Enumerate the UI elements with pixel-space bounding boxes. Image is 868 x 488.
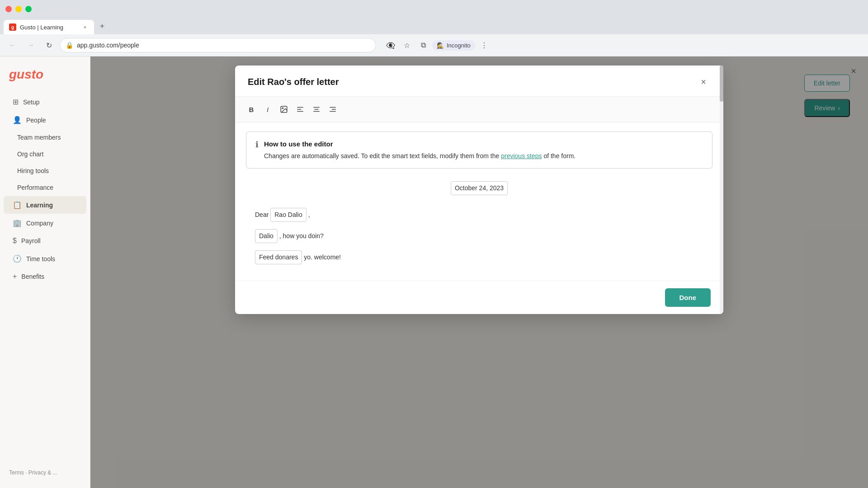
align-center-button[interactable]	[309, 102, 324, 117]
sidebar-item-label-people: People	[26, 117, 46, 124]
para2-line: Feed donares yo. welcome!	[255, 250, 703, 264]
image-button[interactable]	[277, 102, 291, 117]
incognito-label: Incognito	[447, 42, 471, 49]
sidebar-item-label-performance: Performance	[17, 184, 53, 191]
modal-close-button[interactable]: ×	[696, 75, 711, 89]
active-tab[interactable]: g Gusto | Learning ×	[4, 20, 94, 34]
new-tab-button[interactable]: +	[96, 20, 108, 33]
sidebar-item-people[interactable]: 👤 People	[4, 111, 86, 129]
para2-smart-field[interactable]: Feed donares	[255, 250, 302, 264]
modal-header: Edit Rao's offer letter ×	[235, 66, 723, 97]
company-icon: 🏢	[13, 219, 22, 227]
salutation-suffix: ,	[308, 211, 310, 218]
sidebar-item-label-learning: Learning	[26, 202, 53, 209]
sidebar-item-benefits[interactable]: + Benefits	[4, 268, 86, 285]
para2-text: yo. welcome!	[304, 253, 341, 261]
window-close-control[interactable]	[5, 6, 12, 12]
window-controls	[5, 6, 32, 12]
learning-icon: 📋	[13, 201, 22, 209]
sidebar-item-team-members[interactable]: Team members	[4, 129, 86, 145]
sidebar-item-learning[interactable]: 📋 Learning	[4, 196, 86, 214]
modal-title: Edit Rao's offer letter	[248, 77, 339, 87]
incognito-badge: 🕵 Incognito	[432, 40, 475, 51]
sidebar-footer: Terms · Privacy & ...	[0, 464, 90, 481]
payroll-icon: $	[13, 237, 17, 245]
info-body-after-link: of the form.	[542, 152, 576, 160]
para1-smart-field[interactable]: Dalio	[255, 229, 278, 243]
sidebar-item-label-company: Company	[26, 220, 53, 227]
salutation-line: Dear Rao Dalio ,	[255, 208, 703, 222]
done-button[interactable]: Done	[665, 288, 711, 307]
sidebar-item-label-org: Org chart	[17, 150, 43, 158]
letter-date-row: October 24, 2023	[255, 181, 703, 195]
align-left-button[interactable]	[293, 102, 307, 117]
para1-text: , how you doin?	[279, 232, 324, 239]
window-minimize-control[interactable]	[15, 6, 22, 12]
info-title: How to use the editor	[264, 139, 576, 150]
back-button[interactable]: ←	[5, 38, 20, 52]
info-icon: ℹ	[255, 140, 259, 161]
info-body: Changes are automatically saved. To edit…	[264, 151, 576, 161]
address-bar[interactable]: 🔒 app.gusto.com/people	[60, 38, 376, 52]
sidebar-item-label-payroll: Payroll	[21, 237, 41, 244]
tab-close-button[interactable]: ×	[81, 23, 89, 31]
people-icon: 👤	[13, 116, 22, 124]
sidebar-item-setup[interactable]: ⊞ Setup	[4, 93, 86, 111]
info-box: ℹ How to use the editor Changes are auto…	[246, 131, 712, 169]
sidebar-nav: ⊞ Setup 👤 People Team members Org chart …	[0, 93, 90, 464]
sidebar-logo-area: gusto	[0, 64, 90, 93]
tab-title: Gusto | Learning	[20, 24, 78, 31]
browser-menu-button[interactable]: ⋮	[477, 38, 491, 52]
svg-point-1	[282, 108, 283, 108]
app-container: gusto ⊞ Setup 👤 People Team members Org …	[0, 56, 868, 488]
modal-scroll-track[interactable]	[720, 66, 723, 314]
info-body-before-link: Changes are automatically saved. To edit…	[264, 152, 501, 160]
address-bar-row: ← → ↻ 🔒 app.gusto.com/people 👁‍🗨 ☆ ⧉ 🕵 I…	[0, 34, 868, 56]
sidebar-item-org-chart[interactable]: Org chart	[4, 146, 86, 162]
modal-footer: Done	[235, 281, 723, 314]
address-lock-icon: 🔒	[66, 42, 73, 49]
editor-toolbar: B I	[235, 97, 723, 122]
sidebar-item-performance[interactable]: Performance	[4, 179, 86, 196]
modal-dialog: Edit Rao's offer letter × B I	[235, 66, 723, 314]
address-url-text: app.gusto.com/people	[77, 42, 370, 49]
sidebar-item-hiring-tools[interactable]: Hiring tools	[4, 163, 86, 179]
modal-scroll-thumb[interactable]	[720, 66, 723, 102]
align-right-button[interactable]	[326, 102, 340, 117]
window-switch-icon[interactable]: ⧉	[416, 38, 430, 52]
forward-button[interactable]: →	[24, 38, 38, 52]
sidebar-item-payroll[interactable]: $ Payroll	[4, 232, 86, 249]
modal-overlay[interactable]: Edit Rao's offer letter × B I	[90, 56, 868, 488]
sidebar-item-company[interactable]: 🏢 Company	[4, 214, 86, 232]
browser-titlebar	[0, 0, 868, 18]
letter-area: October 24, 2023 Dear Rao Dalio , Dalio …	[246, 181, 712, 265]
browser-chrome: g Gusto | Learning × + ← → ↻ 🔒 app.gusto…	[0, 0, 868, 56]
gusto-logo: gusto	[9, 67, 81, 82]
date-smart-field[interactable]: October 24, 2023	[451, 181, 508, 195]
bookmark-icon[interactable]: ☆	[400, 38, 414, 52]
tab-favicon: g	[9, 23, 16, 31]
window-maximize-control[interactable]	[25, 6, 32, 12]
salutation-name-field[interactable]: Rao Dalio	[270, 208, 306, 222]
time-icon: 🕐	[13, 254, 22, 263]
refresh-button[interactable]: ↻	[42, 38, 56, 52]
tab-bar: g Gusto | Learning × +	[0, 18, 868, 34]
previous-steps-link[interactable]: previous steps	[501, 152, 542, 160]
incognito-icon: 🕵	[437, 42, 444, 49]
modal-body[interactable]: B I	[235, 97, 723, 281]
eye-slash-icon[interactable]: 👁‍🗨	[383, 38, 398, 52]
bold-button[interactable]: B	[244, 102, 259, 117]
para1-line: Dalio , how you doin?	[255, 229, 703, 243]
salutation-prefix: Dear	[255, 211, 269, 218]
italic-button[interactable]: I	[260, 102, 275, 117]
sidebar-item-label-setup: Setup	[23, 99, 40, 106]
browser-actions: 👁‍🗨 ☆ ⧉ 🕵 Incognito ⋮	[383, 38, 491, 52]
sidebar: gusto ⊞ Setup 👤 People Team members Org …	[0, 56, 90, 488]
sidebar-item-label-time: Time tools	[26, 255, 55, 263]
sidebar-item-label-team: Team members	[17, 134, 61, 141]
sidebar-item-time-tools[interactable]: 🕐 Time tools	[4, 250, 86, 267]
setup-icon: ⊞	[13, 98, 19, 106]
benefits-icon: +	[13, 272, 17, 281]
main-content: × Edit letter Review › Edit Rao's offer …	[90, 56, 868, 488]
editor-content: ℹ How to use the editor Changes are auto…	[235, 122, 723, 281]
